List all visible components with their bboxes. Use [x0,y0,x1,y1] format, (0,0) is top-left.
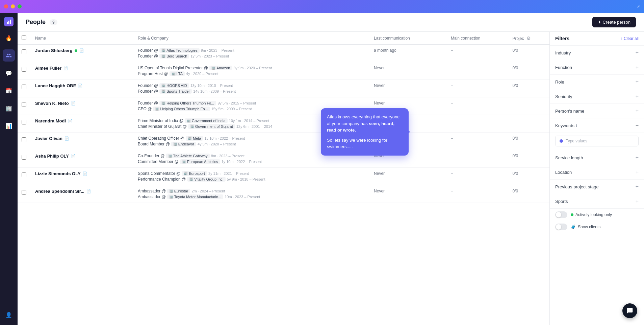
sidebar-item-fire[interactable]: 🔥 [3,32,15,44]
time-span: 9m · 2023 – Present [201,48,234,52]
table-row: Shevon K. Nieto 📄 Founder @ 🏢 Helping Ot… [18,97,549,115]
main-connection: – [447,133,508,150]
projects: 0/0 [508,80,549,97]
actively-looking-toggle[interactable] [555,211,567,218]
last-communication: Never [370,62,447,80]
table-row: Javier Olivan 📄 Chief Operating Officer … [18,133,549,150]
time-span: 10m · 2023 – Present [225,195,260,199]
filter-item-function[interactable]: Function + [550,60,644,75]
time-span: 10y 1m · 2014 – Present [229,119,269,123]
main-content: Name Role & Company Last communication M… [18,32,644,325]
col-name: Name [31,32,134,45]
filter-item-previous-project-stage[interactable]: Previous project stage + [550,180,644,194]
company-chip[interactable]: 🏢 European Athletics [180,159,220,164]
row-checkbox-7[interactable] [22,172,26,177]
company-icon: 🏢 [184,171,188,176]
role-row: Founder @ 🏢 Atlas Technologies 9m · 2023… [138,48,366,53]
row-checkbox-3[interactable] [22,102,26,107]
select-all-checkbox[interactable] [22,35,26,40]
role-row: Program Host @ 🏢 LTA 4y · 2020 – Present [138,71,366,76]
filter-item-service-length[interactable]: Service length + [550,150,644,165]
row-checkbox-4[interactable] [22,120,26,124]
company-chip[interactable]: 🏢 Atlas Technologies [159,48,200,53]
expand-icon[interactable]: ⤢ [637,4,640,9]
show-clients-toggle[interactable] [555,224,567,230]
col-role: Role & Company [134,32,370,45]
company-icon: 🏢 [173,142,177,146]
company-chip[interactable]: 🏢 Berg Search [159,54,189,59]
company-chip[interactable]: 🏢 Toyota Motor Manufacturin... [167,194,223,199]
time-span: 14y 10m · 2009 – Present [193,89,236,93]
row-checkbox-6[interactable] [22,155,26,160]
chat-button[interactable] [622,303,637,318]
gear-icon[interactable]: ⚙ [526,36,531,41]
maximize-button[interactable] [18,4,22,8]
sidebar-item-chart[interactable]: 📊 [3,120,15,132]
sidebar-item-buildings[interactable]: 🏢 [3,102,15,114]
online-indicator [75,49,77,52]
filter-item-role[interactable]: Role + [550,75,644,89]
company-chip[interactable]: 🏢 Vitality Group Inc. [187,177,226,182]
time-span: 1y 10m · 2022 – Present [204,136,245,140]
filter-item-industry[interactable]: Industry + [550,46,644,60]
doc-icon: 📄 [71,101,76,106]
atlas-tooltip: Atlas knows everything that everyone at … [321,108,409,156]
company-icon: 🏢 [187,119,191,123]
row-checkbox-5[interactable] [22,137,26,142]
keywords-placeholder: Type values [566,139,587,143]
row-checkbox-1[interactable] [22,67,26,72]
create-person-button[interactable]: ✦ Create person [592,17,636,27]
sidebar-item-user[interactable]: 👤 [3,309,15,321]
company-chip[interactable]: 🏢 Eurostar [167,189,190,193]
time-span: 4y 5m · 2020 – Present [198,142,236,146]
filter-item-location[interactable]: Location + [550,165,644,180]
page-header: People 9 ✦ Create person [18,13,644,32]
person-name: Shevon K. Nieto 📄 [35,101,130,106]
people-table-area: Name Role & Company Last communication M… [18,32,549,325]
person-name: Jordan Shlosberg 📄 [35,48,130,53]
company-chip[interactable]: 🏢 HOOPS AID [159,83,189,88]
company-chip[interactable]: 🏢 Sports Traider [159,89,192,94]
row-checkbox-2[interactable] [22,85,26,89]
row-checkbox-0[interactable] [22,49,26,54]
filter-item-sports[interactable]: Sports + [550,194,644,209]
keywords-input[interactable]: Type values [555,136,639,146]
filter-item-person's-name[interactable]: Person's name + [550,104,644,118]
close-button[interactable] [4,4,8,8]
person-name: Lance Haggith OBE 📄 [35,83,130,88]
company-chip[interactable]: 🏢 LTA [170,71,185,76]
table-row: Aimee Fuller 📄 US Open of Tennis Digital… [18,62,549,80]
doc-icon: 📄 [71,154,76,158]
filter-expand-icon: + [636,108,639,114]
company-icon: 🏢 [169,195,173,199]
minimize-button[interactable] [11,4,15,8]
last-communication: a month ago [370,45,447,62]
projects: 0/0 [508,62,549,80]
company-chip[interactable]: 🏢 Amazon [209,66,232,70]
company-icon: 🏢 [211,66,215,70]
sidebar-item-messages[interactable]: 💬 [3,67,15,79]
row-checkbox-8[interactable] [22,190,26,195]
sidebar-item-people[interactable] [3,49,15,62]
person-name: Lizzie Simmonds OLY 📄 [35,171,130,176]
company-chip[interactable]: 🏢 Helping Others Triumph Fo... [153,107,210,111]
role-row: Founder @ 🏢 HOOPS AID 13y 10m · 2010 – P… [138,83,366,88]
keywords-input-container: Type values [550,133,644,150]
company-chip[interactable]: 🏢 Helping Others Triumph Fo... [159,101,216,106]
doc-icon: 📄 [68,119,73,123]
clear-filters-button[interactable]: ↑ Clear all [621,36,639,41]
company-chip[interactable]: 🏢 Endeavor [171,142,196,146]
person-name: Andrea Spendolini Sir... 📄 [35,189,130,194]
time-span: 15y 5m · 2009 – Present [211,107,252,111]
svg-rect-0 [7,22,8,24]
filter-collapse-icon: − [636,122,639,129]
company-chip[interactable]: 🏢 The Athlete Gateway [166,154,210,158]
filter-item-seniority[interactable]: Seniority + [550,89,644,104]
company-chip[interactable]: 🏢 Meta [186,136,203,141]
company-chip[interactable]: 🏢 Government of India [185,118,228,123]
company-chip[interactable]: 🏢 Eurosport [182,171,207,176]
company-chip[interactable]: 🏢 Government of Gujarat [188,124,235,129]
sidebar-item-calendar[interactable]: 📅 [3,85,15,97]
app-logo[interactable] [4,17,14,26]
filter-item-keywords[interactable]: Keywords ℹ − [550,118,644,133]
